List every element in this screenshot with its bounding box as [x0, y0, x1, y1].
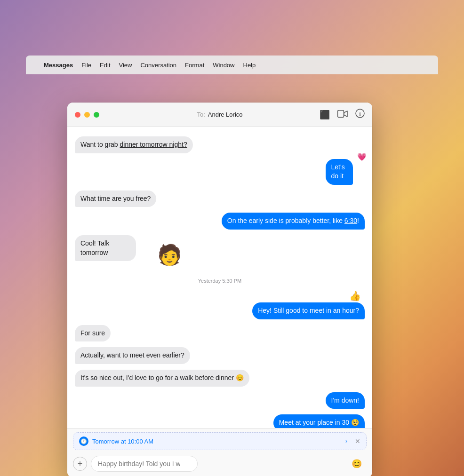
- menubar: Messages File Edit View Conversation For…: [26, 56, 438, 74]
- menu-edit[interactable]: Edit: [100, 62, 110, 69]
- reminder-bar[interactable]: 🕐 Tomorrow at 10:00 AM › ✕: [73, 432, 367, 450]
- svg-text:i: i: [359, 111, 360, 117]
- menu-messages[interactable]: Messages: [44, 62, 73, 69]
- chat-area: Want to grab dinner tomorrow night? Let'…: [67, 127, 372, 428]
- svg-rect-0: [338, 111, 344, 118]
- table-row: Let's do it 💗: [75, 159, 365, 185]
- message-bubble-incoming: Cool! Talk tomorrow: [75, 235, 136, 261]
- table-row: Want to grab dinner tomorrow night?: [75, 136, 365, 153]
- table-row: Hey! Still good to meet in an hour?: [75, 302, 365, 319]
- table-row: I'm down!: [75, 392, 365, 409]
- timestamp-label: Yesterday 5:30 PM: [75, 278, 365, 284]
- menu-conversation[interactable]: Conversation: [140, 62, 176, 69]
- table-row: Actually, want to meet even earlier?: [75, 347, 365, 364]
- message-bubble-incoming: Actually, want to meet even earlier?: [75, 347, 190, 364]
- message-input-row: + 😊: [67, 452, 372, 476]
- recipient-name: Andre Lorico: [208, 111, 243, 118]
- close-button[interactable]: [75, 112, 80, 118]
- message-bubble-outgoing: Hey! Still good to meet in an hour?: [252, 302, 365, 319]
- input-wrapper: 😊: [91, 456, 367, 472]
- message-bubble-incoming: Want to grab dinner tomorrow night?: [75, 136, 193, 153]
- window-controls: [75, 112, 99, 118]
- info-icon[interactable]: i: [355, 109, 365, 120]
- message-bubble-incoming: What time are you free?: [75, 190, 156, 207]
- message-input[interactable]: [91, 456, 198, 472]
- message-bubble-incoming: It's so nice out, I'd love to go for a w…: [75, 370, 249, 387]
- emoji-reaction-row: 👍: [75, 290, 365, 301]
- message-bubble-incoming: For sure: [75, 325, 111, 342]
- menu-window[interactable]: Window: [213, 62, 234, 69]
- table-row: Meet at your place in 30 🥺: [75, 414, 365, 428]
- reminder-close-button[interactable]: ✕: [355, 437, 360, 445]
- message-bubble-outgoing: Meet at your place in 30 🥺: [273, 414, 365, 428]
- minimize-button[interactable]: [84, 112, 90, 118]
- emoji-picker-button[interactable]: 😊: [352, 459, 362, 469]
- message-bubble-outgoing: Let's do it: [326, 159, 353, 185]
- menu-view[interactable]: View: [119, 62, 132, 69]
- table-row: For sure: [75, 325, 365, 342]
- memoji-avatar: 🧑: [157, 245, 182, 265]
- to-label: To:: [197, 111, 205, 118]
- table-row: On the early side is probably better, li…: [75, 213, 365, 230]
- video-call-icon[interactable]: ⬛: [320, 110, 330, 120]
- heart-reaction-icon: 💗: [357, 152, 367, 161]
- table-row: Cool! Talk tomorrow 🧑: [75, 235, 365, 261]
- table-row: It's so nice out, I'd love to go for a w…: [75, 370, 365, 387]
- table-row: What time are you free?: [75, 190, 365, 207]
- menu-format[interactable]: Format: [185, 62, 204, 69]
- title-bar-actions: ⬛ i: [320, 109, 365, 120]
- message-bubble-outgoing: I'm down!: [326, 392, 365, 409]
- add-attachment-button[interactable]: +: [73, 457, 87, 471]
- reminder-clock-icon: 🕐: [79, 436, 88, 446]
- menu-help[interactable]: Help: [243, 62, 256, 69]
- reminder-text: Tomorrow at 10:00 AM: [92, 438, 342, 445]
- input-area: 🕐 Tomorrow at 10:00 AM › ✕ + 😊: [67, 428, 372, 476]
- window-title-bar: To: Andre Lorico ⬛ i: [67, 103, 372, 127]
- message-bubble-outgoing: On the early side is probably better, li…: [222, 213, 365, 230]
- reminder-arrow-icon: ›: [345, 438, 347, 444]
- title-bar-recipient: To: Andre Lorico: [197, 111, 242, 118]
- menu-file[interactable]: File: [81, 62, 91, 69]
- messages-window: To: Andre Lorico ⬛ i Want to g: [67, 103, 372, 476]
- thumbs-up-reaction-icon: 👍: [349, 290, 361, 301]
- video-icon[interactable]: [337, 110, 348, 119]
- plus-icon: +: [78, 459, 83, 469]
- maximize-button[interactable]: [94, 112, 99, 118]
